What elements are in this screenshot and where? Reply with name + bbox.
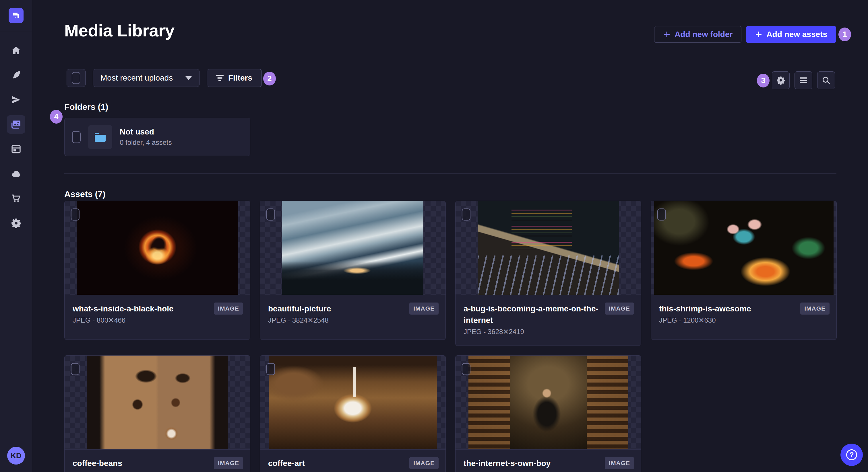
asset-card[interactable]: coffee-beans JPEG - 5021✕3347 IMAGE — [64, 355, 250, 472]
toolbar-right — [772, 71, 835, 89]
plus-icon — [755, 31, 763, 38]
sidebar-item-settings[interactable] — [7, 214, 25, 232]
add-new-folder-button[interactable]: Add new folder — [654, 26, 741, 43]
folder-name[interactable]: Not used — [120, 127, 172, 136]
asset-card[interactable]: a-bug-is-becoming-a-meme-on-the-internet… — [455, 201, 641, 346]
asset-checkbox[interactable] — [267, 363, 275, 375]
asset-thumbnail — [65, 201, 250, 295]
select-all-checkbox[interactable] — [67, 69, 86, 87]
list-view-button[interactable] — [795, 71, 812, 89]
cart-icon — [11, 193, 22, 204]
sidebar-item-deploy[interactable] — [7, 91, 25, 109]
asset-name: what-s-inside-a-black-hole — [73, 303, 210, 314]
asset-card[interactable]: coffee-art JPEG - 5824✕3259 IMAGE — [260, 355, 446, 472]
add-new-folder-label: Add new folder — [675, 30, 733, 39]
asset-name: a-bug-is-becoming-a-meme-on-the-internet — [464, 303, 601, 326]
asset-meta: JPEG - 1200✕630 — [659, 316, 828, 324]
asset-card[interactable]: the-internet-s-own-boy JPEG - 1200✕707 I… — [455, 355, 641, 472]
cloud-icon — [11, 168, 22, 179]
assets-grid: what-s-inside-a-black-hole JPEG - 800✕46… — [64, 201, 837, 472]
folder-card[interactable]: Not used 0 folder, 4 assets — [64, 118, 250, 156]
assets-heading: Assets (7) — [64, 189, 105, 199]
asset-image-coffee-art — [269, 356, 437, 450]
asset-type-badge: IMAGE — [605, 303, 634, 314]
asset-meta: JPEG - 3824✕2548 — [268, 316, 437, 324]
asset-checkbox[interactable] — [267, 208, 275, 221]
sidebar-item-cloud[interactable] — [7, 165, 25, 183]
folder-checkbox[interactable] — [72, 131, 81, 143]
asset-info: what-s-inside-a-black-hole JPEG - 800✕46… — [65, 295, 250, 339]
asset-type-badge: IMAGE — [800, 303, 830, 314]
asset-thumbnail — [260, 356, 445, 450]
sort-select-value: Most recent uploads — [100, 73, 173, 82]
toolbar-left: Most recent uploads Filters — [67, 69, 262, 87]
asset-thumbnail — [651, 201, 836, 295]
asset-image-mountains — [282, 201, 423, 295]
add-new-assets-button[interactable]: Add new assets — [746, 26, 836, 43]
strapi-logo[interactable] — [9, 8, 24, 23]
asset-type-badge: IMAGE — [214, 303, 243, 314]
asset-meta: JPEG - 5021✕3347 — [73, 471, 242, 472]
asset-image-shrimp — [654, 201, 834, 295]
asset-info: the-internet-s-own-boy JPEG - 1200✕707 I… — [456, 450, 641, 472]
asset-info: this-shrimp-is-awesome JPEG - 1200✕630 I… — [651, 295, 836, 339]
add-new-assets-label: Add new assets — [766, 30, 827, 39]
sidebar-item-home[interactable] — [7, 41, 25, 60]
asset-card[interactable]: what-s-inside-a-black-hole JPEG - 800✕46… — [64, 201, 250, 340]
strapi-logo-icon — [12, 11, 20, 20]
asset-type-badge: IMAGE — [214, 457, 243, 469]
asset-checkbox[interactable] — [462, 208, 470, 221]
filters-button[interactable]: Filters — [207, 69, 262, 87]
asset-name: coffee-beans — [73, 458, 210, 469]
checkbox — [72, 72, 81, 84]
asset-checkbox[interactable] — [71, 363, 80, 375]
feather-icon — [11, 70, 22, 80]
asset-image-black-hole — [76, 201, 238, 295]
asset-checkbox[interactable] — [462, 363, 470, 375]
asset-info: coffee-art JPEG - 5824✕3259 IMAGE — [260, 450, 445, 472]
page-title: Media Library — [64, 21, 175, 40]
paper-plane-icon — [11, 94, 22, 105]
sidebar-item-content-manager[interactable] — [7, 140, 25, 158]
asset-checkbox[interactable] — [657, 208, 666, 221]
filters-label: Filters — [228, 73, 252, 82]
filter-icon — [216, 75, 224, 81]
chevron-down-icon — [185, 76, 192, 80]
search-button[interactable] — [817, 71, 835, 89]
home-icon — [11, 45, 22, 56]
sidebar: KD — [0, 0, 32, 472]
asset-info: a-bug-is-becoming-a-meme-on-the-internet… — [456, 295, 641, 345]
plus-icon — [663, 31, 671, 38]
asset-info: beautiful-picture JPEG - 3824✕2548 IMAGE — [260, 295, 445, 339]
search-icon — [822, 76, 831, 85]
sidebar-item-marketplace[interactable] — [7, 189, 25, 208]
asset-type-badge: IMAGE — [409, 303, 439, 314]
asset-name: beautiful-picture — [268, 303, 406, 314]
asset-meta: JPEG - 800✕466 — [73, 316, 242, 324]
sort-select[interactable]: Most recent uploads — [93, 69, 199, 87]
asset-card[interactable]: this-shrimp-is-awesome JPEG - 1200✕630 I… — [651, 201, 837, 340]
asset-checkbox[interactable] — [71, 208, 80, 221]
annotation-badge-1: 1 — [838, 28, 851, 41]
header-actions: Add new folder Add new assets — [654, 26, 836, 43]
annotation-badge-3: 3 — [757, 74, 770, 88]
asset-image-internet-boy — [468, 356, 628, 450]
question-mark-icon: ? — [846, 449, 857, 460]
help-button[interactable]: ? — [840, 444, 863, 466]
folder-meta: 0 folder, 4 assets — [120, 138, 172, 146]
gear-icon — [776, 76, 785, 85]
sidebar-item-content-builder[interactable] — [7, 66, 25, 84]
asset-card[interactable]: beautiful-picture JPEG - 3824✕2548 IMAGE — [260, 201, 446, 340]
configure-view-button[interactable] — [772, 71, 789, 89]
asset-type-badge: IMAGE — [409, 457, 439, 469]
sidebar-item-media-library[interactable] — [7, 115, 25, 134]
sidebar-divider — [0, 31, 32, 31]
content-manager-icon — [11, 144, 22, 155]
asset-thumbnail — [456, 201, 641, 295]
asset-name: coffee-art — [268, 458, 406, 469]
user-avatar[interactable]: KD — [7, 447, 25, 465]
folder-texts: Not used 0 folder, 4 assets — [120, 127, 172, 146]
folder-tile — [88, 125, 112, 149]
list-icon — [800, 76, 807, 84]
section-divider — [64, 173, 836, 173]
